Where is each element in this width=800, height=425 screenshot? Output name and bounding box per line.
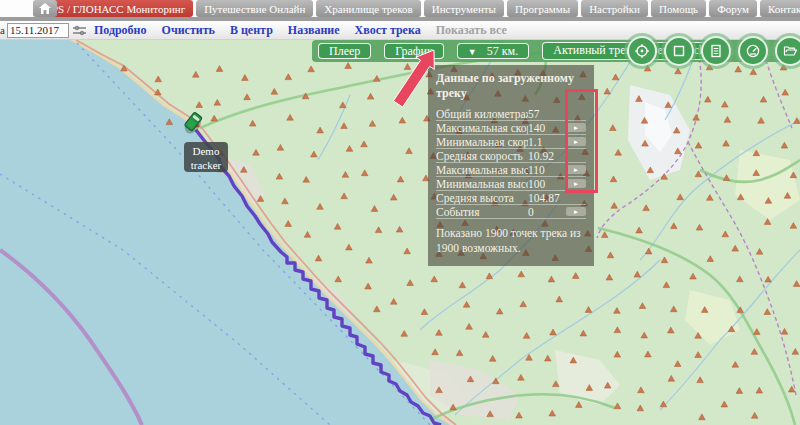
crosshair-icon[interactable] [627, 36, 657, 66]
gauge-icon[interactable] [738, 36, 768, 66]
panel-row: Минимальная скорость 1.1 ► [436, 135, 586, 149]
panel-row-label: Средняя высота [436, 192, 528, 204]
panel-row-label: События [436, 206, 528, 218]
nav-item-4[interactable]: Программы [507, 0, 578, 17]
house-icon [39, 3, 51, 14]
panel-row: Минимальная высота 100 ► [436, 177, 586, 191]
panel-row-label: Средняя скорость [436, 150, 528, 162]
panel-row-value: 140 [528, 122, 564, 134]
distance-dropdown[interactable]: ▼57 км. [457, 43, 529, 59]
panel-row: События 0 ► [436, 205, 586, 219]
track-data-panel: Данные по загруженному треку Общий килом… [428, 65, 594, 266]
panel-row-value: 0 [528, 206, 564, 218]
tracker-tooltip-line1: Demo [184, 144, 228, 158]
square-icon[interactable] [664, 36, 694, 66]
nav-item-0[interactable]: GPS / ГЛОНАСС Мониторинг [36, 0, 193, 17]
panel-row-value: 1.1 [528, 136, 564, 148]
panel-row-label: Общий километраж [436, 108, 528, 120]
nav-item-5[interactable]: Настройки [581, 0, 648, 17]
nav-item-1[interactable]: Путешествие Онлайн [196, 0, 313, 17]
player-button[interactable]: Плеер [318, 43, 371, 59]
panel-row: Средняя высота 104.87 [436, 191, 586, 205]
panel-footer-note: Показано 1900 точек трека из 1900 возмож… [436, 226, 586, 256]
folder-icon[interactable] [775, 36, 800, 66]
panel-row-value: 104.87 [528, 192, 564, 204]
nav-item-2[interactable]: Хранилище треков [316, 0, 420, 17]
panel-row-label: Минимальная высота [436, 178, 528, 190]
panel-row-expand-button[interactable]: ► [566, 179, 586, 188]
panel-row-value: 10.92 [528, 150, 564, 162]
date-input[interactable] [7, 23, 69, 38]
toolbar-link-1[interactable]: Очистить [162, 23, 215, 38]
toolbar-link-show-all: Показать все [436, 23, 507, 38]
graph-button[interactable]: График [384, 43, 444, 59]
toolbar-link-2[interactable]: В центр [230, 23, 273, 38]
panel-row-value: 57 [528, 108, 564, 120]
nav-item-7[interactable]: Форум [709, 0, 757, 17]
chevron-down-icon: ▼ [468, 47, 477, 57]
map-canvas[interactable]: Demo tracker Плеер График ▼57 км. Активн… [0, 40, 800, 425]
home-button[interactable] [33, 0, 57, 17]
toolbar-link-4[interactable]: Хвост трека [355, 23, 421, 38]
nav-item-3[interactable]: Инструменты [424, 0, 504, 17]
filter-sliders-icon[interactable] [73, 25, 86, 36]
app-window: GPS / ГЛОНАСС МониторингПутешествие Онла… [0, 0, 800, 425]
panel-row-value: 100 [528, 178, 564, 190]
toolbar-link-0[interactable]: Подробно [94, 23, 147, 38]
panel-title: Данные по загруженному треку [436, 71, 586, 101]
nav-item-6[interactable]: Помощь [651, 0, 706, 17]
panel-row: Максимальная скорость 140 ► [436, 121, 586, 135]
date-label-partial: а [0, 24, 5, 36]
track-control-bar: Плеер График ▼57 км. Активный трекер: De… [312, 40, 800, 62]
panel-row-label: Максимальная скорость [436, 122, 528, 134]
panel-row: Максимальная высота 110 ► [436, 163, 586, 177]
panel-row-label: Максимальная высота [436, 164, 528, 176]
panel-row: Средняя скорость 10.92 [436, 149, 586, 163]
panel-row-value: 110 [528, 164, 564, 176]
panel-row-expand-button[interactable]: ► [566, 165, 586, 174]
tracker-tooltip-line2: tracker [184, 158, 228, 172]
tracker-tooltip: Demo tracker [184, 142, 228, 172]
document-icon[interactable] [701, 36, 731, 66]
panel-row: Общий километраж 57 [436, 107, 586, 121]
map-base [0, 40, 800, 425]
panel-row-label: Минимальная скорость [436, 136, 528, 148]
distance-value: 57 км. [487, 44, 518, 58]
nav-item-8[interactable]: Контакты [760, 0, 800, 17]
panel-row-expand-button[interactable]: ► [566, 137, 586, 146]
toolbar-link-3[interactable]: Название [288, 23, 340, 38]
panel-row-expand-button[interactable]: ► [566, 123, 586, 132]
top-navigation: GPS / ГЛОНАСС МониторингПутешествие Онла… [0, 0, 800, 17]
panel-row-expand-button[interactable]: ► [566, 207, 586, 216]
